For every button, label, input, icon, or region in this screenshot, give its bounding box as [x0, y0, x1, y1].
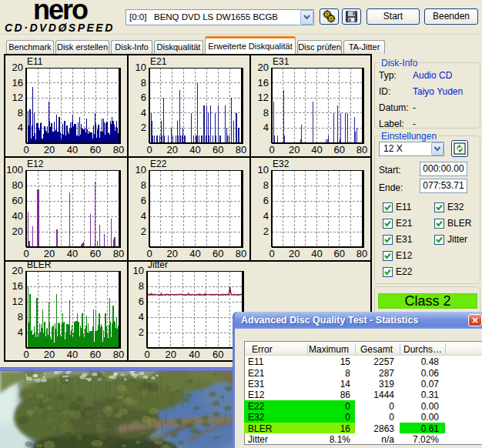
- svg-text:16: 16: [258, 77, 269, 89]
- svg-text:60: 60: [213, 144, 223, 155]
- svg-text:0: 0: [269, 144, 274, 155]
- svg-text:40: 40: [67, 349, 78, 360]
- svg-text:E31: E31: [273, 56, 290, 67]
- svg-text:E22: E22: [150, 159, 167, 169]
- svg-text:E32: E32: [273, 159, 290, 169]
- svg-text:0: 0: [144, 349, 149, 360]
- svg-text:4: 4: [141, 107, 146, 119]
- svg-text:10: 10: [258, 164, 269, 176]
- svg-text:0: 0: [23, 349, 28, 360]
- svg-text:2: 2: [141, 226, 146, 237]
- svg-text:8: 8: [263, 107, 269, 119]
- svg-text:40: 40: [189, 144, 200, 155]
- svg-text:100: 100: [6, 164, 23, 176]
- svg-text:60: 60: [90, 144, 101, 155]
- svg-text:E21: E21: [150, 56, 167, 67]
- svg-text:8: 8: [141, 179, 146, 191]
- svg-text:0: 0: [146, 144, 152, 155]
- svg-text:4: 4: [18, 122, 23, 133]
- svg-text:4: 4: [18, 326, 23, 338]
- svg-text:60: 60: [12, 195, 23, 206]
- svg-text:E12: E12: [27, 159, 44, 169]
- svg-text:16: 16: [12, 77, 23, 89]
- svg-text:0: 0: [146, 248, 152, 259]
- svg-text:60: 60: [213, 349, 223, 360]
- svg-text:4: 4: [139, 311, 144, 323]
- svg-text:60: 60: [334, 248, 345, 259]
- svg-text:8: 8: [139, 280, 144, 292]
- svg-text:12: 12: [12, 296, 23, 307]
- svg-text:80: 80: [113, 144, 124, 155]
- svg-text:20: 20: [12, 62, 23, 73]
- svg-text:4: 4: [263, 122, 269, 133]
- svg-text:20: 20: [167, 144, 178, 155]
- svg-text:40: 40: [311, 144, 322, 155]
- svg-text:80: 80: [236, 248, 246, 259]
- svg-text:6: 6: [141, 92, 146, 103]
- svg-text:2: 2: [141, 122, 146, 133]
- svg-text:Jitter: Jitter: [148, 262, 168, 270]
- svg-text:4: 4: [141, 210, 146, 222]
- svg-text:10: 10: [133, 265, 144, 276]
- svg-text:2: 2: [263, 226, 269, 237]
- svg-text:60: 60: [334, 144, 345, 155]
- svg-text:2: 2: [139, 326, 144, 338]
- svg-text:80: 80: [236, 144, 246, 155]
- svg-text:16: 16: [12, 280, 23, 292]
- svg-text:40: 40: [12, 210, 23, 222]
- svg-text:6: 6: [263, 195, 269, 206]
- svg-text:20: 20: [167, 248, 178, 259]
- svg-text:12: 12: [12, 92, 23, 103]
- svg-text:E11: E11: [27, 56, 43, 67]
- svg-text:20: 20: [44, 349, 55, 360]
- svg-text:8: 8: [263, 179, 269, 191]
- svg-text:80: 80: [12, 179, 23, 191]
- svg-text:0: 0: [23, 248, 28, 259]
- svg-text:10: 10: [136, 62, 146, 73]
- svg-text:20: 20: [289, 144, 300, 155]
- svg-text:20: 20: [12, 265, 23, 276]
- svg-text:20: 20: [166, 349, 176, 360]
- svg-text:0: 0: [23, 144, 28, 155]
- svg-text:80: 80: [113, 349, 124, 360]
- svg-text:8: 8: [18, 107, 23, 119]
- svg-text:8: 8: [18, 311, 23, 323]
- svg-text:60: 60: [213, 248, 223, 259]
- svg-text:20: 20: [289, 248, 300, 259]
- svg-text:4: 4: [263, 210, 269, 222]
- svg-text:40: 40: [189, 349, 199, 360]
- svg-text:40: 40: [189, 248, 200, 259]
- svg-text:BLER: BLER: [27, 262, 52, 270]
- svg-text:20: 20: [44, 144, 55, 155]
- svg-text:80: 80: [356, 144, 367, 155]
- svg-text:20: 20: [12, 226, 23, 237]
- svg-text:80: 80: [113, 248, 124, 259]
- svg-text:6: 6: [139, 296, 144, 307]
- svg-text:10: 10: [136, 164, 146, 176]
- svg-text:40: 40: [67, 248, 78, 259]
- svg-text:8: 8: [141, 77, 146, 89]
- svg-text:80: 80: [356, 248, 367, 259]
- svg-text:20: 20: [258, 62, 269, 73]
- svg-text:0: 0: [269, 248, 274, 259]
- svg-text:40: 40: [67, 144, 78, 155]
- svg-text:60: 60: [90, 349, 101, 360]
- svg-text:6: 6: [141, 195, 146, 206]
- svg-text:60: 60: [90, 248, 101, 259]
- svg-text:40: 40: [311, 248, 322, 259]
- svg-text:20: 20: [44, 248, 55, 259]
- svg-text:12: 12: [258, 92, 269, 103]
